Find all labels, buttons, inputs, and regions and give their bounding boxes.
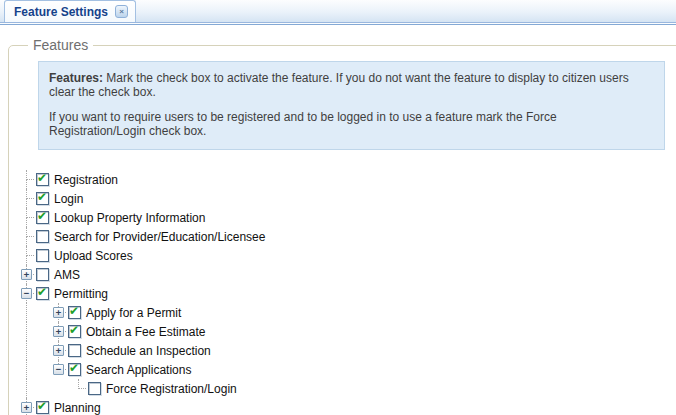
tree-guide-line [50, 379, 70, 398]
check-mark-icon: ✔ [69, 361, 79, 375]
tree-item-label[interactable]: Force Registration/Login [104, 382, 237, 396]
feature-checkbox[interactable]: ✔ [36, 401, 49, 414]
expand-toggle-icon[interactable]: + [53, 345, 64, 356]
tree-connector: + [50, 322, 66, 341]
feature-checkbox[interactable]: ✔ [36, 287, 49, 300]
tree-item-label[interactable]: Apply for a Permit [84, 306, 181, 320]
feature-checkbox[interactable]: ✔ [36, 211, 49, 224]
tab-label: Feature Settings [14, 5, 108, 19]
tree-row: −✔Search Applications [9, 360, 676, 379]
tree-item-label[interactable]: Registration [52, 173, 118, 187]
feature-checkbox[interactable]: ✔ [68, 306, 81, 319]
tree-row: ✔Login [9, 189, 676, 208]
check-mark-icon: ✔ [37, 171, 47, 185]
tree-connector: + [50, 341, 66, 360]
tab-strip-separator-dark [0, 24, 676, 25]
help-line-1: Features: Mark the check box to activate… [49, 71, 652, 99]
tree-row: +✔Planning [9, 398, 676, 415]
tree-row: ✔Lookup Property Information [9, 208, 676, 227]
tree-row: +AMS [9, 265, 676, 284]
feature-checkbox[interactable] [68, 344, 81, 357]
tree-row: Upload Scores [9, 246, 676, 265]
feature-tree: ✔Registration✔Login✔Lookup Property Info… [9, 170, 676, 415]
tree-connector: + [18, 398, 34, 415]
tree-row: +Schedule an Inspection [9, 341, 676, 360]
check-mark-icon: ✔ [37, 285, 47, 299]
tree-connector [18, 189, 34, 208]
help-line-2: If you want to require users to be regis… [49, 110, 652, 138]
tree-connector: + [18, 265, 34, 284]
tree-row: −✔Permitting [9, 284, 676, 303]
features-panel: Features Features: Mark the check box to… [8, 37, 676, 415]
collapse-toggle-icon[interactable]: − [53, 364, 64, 375]
tree-row: +✔Obtain a Fee Estimate [9, 322, 676, 341]
tree-connector [18, 227, 34, 246]
feature-checkbox[interactable]: ✔ [36, 192, 49, 205]
expand-toggle-icon[interactable]: + [21, 269, 32, 280]
tree-item-label[interactable]: Planning [52, 401, 101, 415]
tree-connector [70, 379, 86, 398]
check-mark-icon: ✔ [37, 209, 47, 223]
tree-item-label[interactable]: AMS [52, 268, 80, 282]
tab-strip: Feature Settings × [0, 0, 676, 23]
tree-connector [18, 208, 34, 227]
check-mark-icon: ✔ [69, 323, 79, 337]
help-line-1-label: Features: [49, 71, 103, 85]
tree-item-label[interactable]: Search for Provider/Education/Licensee [52, 230, 265, 244]
expand-toggle-icon[interactable]: + [53, 326, 64, 337]
tree-item-label[interactable]: Login [52, 192, 83, 206]
features-help-box: Features: Mark the check box to activate… [38, 61, 665, 150]
help-line-1-text: Mark the check box to activate the featu… [49, 71, 629, 99]
tree-row: Search for Provider/Education/Licensee [9, 227, 676, 246]
tree-guide-line [18, 341, 50, 360]
tree-guide-line [18, 360, 50, 379]
tree-item-label[interactable]: Lookup Property Information [52, 211, 205, 225]
feature-checkbox[interactable] [36, 249, 49, 262]
collapse-toggle-icon[interactable]: − [21, 288, 32, 299]
feature-checkbox[interactable] [36, 230, 49, 243]
expand-toggle-icon[interactable]: + [53, 307, 64, 318]
tree-item-label[interactable]: Upload Scores [52, 249, 133, 263]
tree-connector: − [50, 360, 66, 379]
tab-close-icon[interactable]: × [115, 5, 128, 18]
tree-row: +✔Apply for a Permit [9, 303, 676, 322]
feature-checkbox[interactable]: ✔ [68, 363, 81, 376]
tree-connector: + [50, 303, 66, 322]
tree-guide-line [18, 322, 50, 341]
check-mark-icon: ✔ [69, 304, 79, 318]
feature-checkbox[interactable]: ✔ [68, 325, 81, 338]
tree-guide-line [18, 379, 50, 398]
features-panel-title: Features [28, 37, 93, 53]
check-mark-icon: ✔ [37, 190, 47, 204]
expand-toggle-icon[interactable]: + [21, 402, 32, 413]
tree-row: Force Registration/Login [9, 379, 676, 398]
tree-connector: − [18, 284, 34, 303]
tree-item-label[interactable]: Search Applications [84, 363, 191, 377]
tab-feature-settings[interactable]: Feature Settings × [4, 0, 136, 22]
feature-checkbox[interactable] [36, 268, 49, 281]
tree-row: ✔Registration [9, 170, 676, 189]
tree-connector [18, 246, 34, 265]
tree-item-label[interactable]: Permitting [52, 287, 108, 301]
tree-connector [18, 170, 34, 189]
tree-item-label[interactable]: Schedule an Inspection [84, 344, 211, 358]
feature-checkbox[interactable] [88, 382, 101, 395]
tree-item-label[interactable]: Obtain a Fee Estimate [84, 325, 205, 339]
tree-guide-line [18, 303, 50, 322]
feature-checkbox[interactable]: ✔ [36, 173, 49, 186]
check-mark-icon: ✔ [37, 399, 47, 413]
